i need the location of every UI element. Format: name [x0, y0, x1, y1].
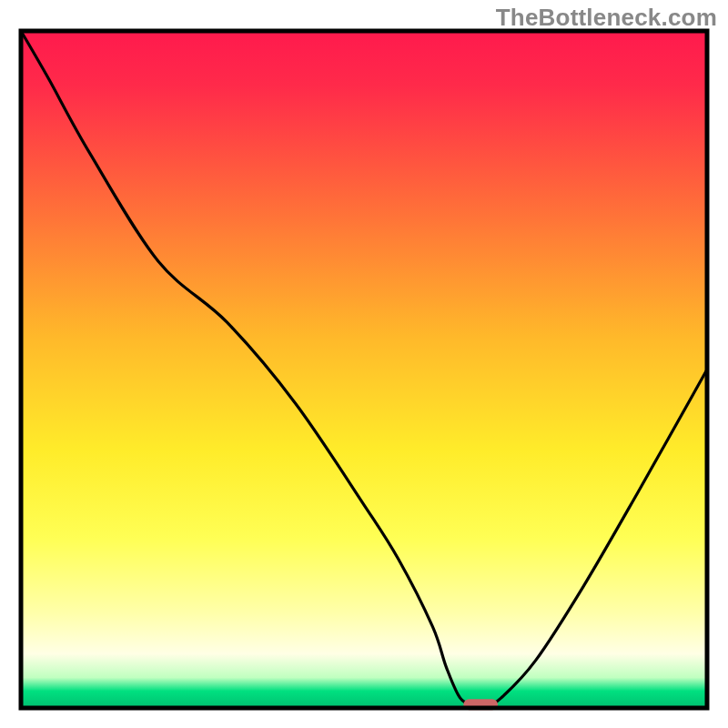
watermark-text: TheBottleneck.com	[496, 4, 717, 32]
plot-area	[21, 31, 707, 710]
chart-container: TheBottleneck.com	[0, 0, 728, 728]
bottleneck-chart	[0, 0, 728, 728]
gradient-background	[21, 31, 707, 708]
